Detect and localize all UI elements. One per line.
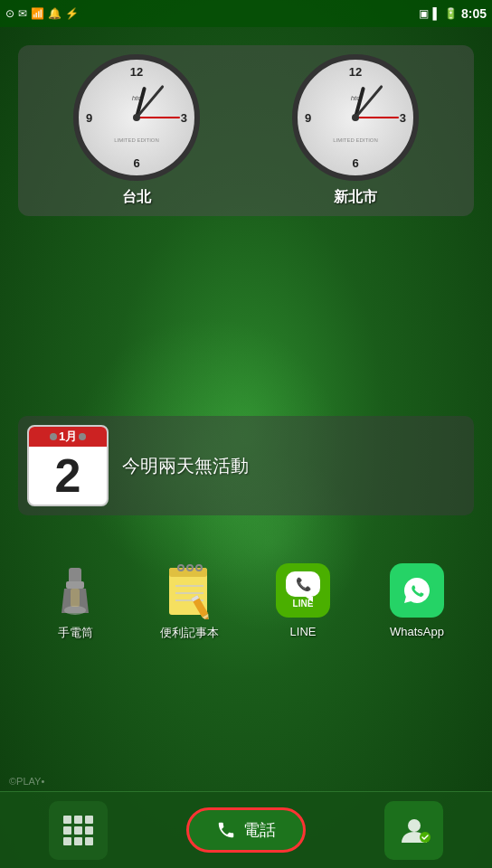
line-bubble: 📞 (286, 571, 320, 597)
svg-rect-22 (74, 826, 82, 835)
sim-icon: ▣ (419, 7, 429, 20)
email-icon: ✉ (18, 7, 27, 20)
clock-num-12-taipei: 12 (130, 65, 143, 79)
app-whatsapp[interactable]: WhatsApp (388, 561, 447, 638)
alarm-icon: 🔔 (48, 7, 62, 20)
contacts-icon (396, 812, 432, 848)
line-label: LINE (290, 625, 317, 638)
svg-point-27 (408, 819, 421, 832)
svg-rect-19 (74, 816, 82, 824)
clock-num-9-taipei: 9 (86, 111, 92, 125)
status-time: 8:05 (461, 6, 487, 21)
notepad-icon-wrapper (160, 561, 219, 619)
flashlight-icon-wrapper (46, 561, 105, 619)
clock-widget: 12 3 6 9 htc LIMITED EDITION 台北 12 3 6 9… (18, 45, 474, 216)
clock-num-6-taipei: 6 (133, 156, 139, 170)
flashlight-icon (52, 563, 98, 618)
clock-face-taipei: 12 3 6 9 htc LIMITED EDITION (73, 54, 200, 181)
svg-rect-18 (63, 816, 71, 824)
clock-edition-taipei: LIMITED EDITION (114, 137, 159, 143)
clock-city-newtaipei: 新北市 (334, 188, 377, 207)
app-line[interactable]: 📞 LINE LINE (274, 561, 333, 638)
calendar-date: 2 (29, 447, 107, 505)
apps-grid-icon[interactable] (49, 801, 108, 860)
second-hand-taipei (137, 117, 180, 118)
calendar-ring-right (79, 433, 86, 440)
line-phone-icon: 📞 (296, 577, 311, 591)
clock-num-12-newtaipei: 12 (349, 65, 362, 79)
clock-taipei: 12 3 6 9 htc LIMITED EDITION 台北 (73, 54, 200, 207)
status-bar: ⊙ ✉ 📶 🔔 ⚡ ▣ ▌ 🔋 8:05 (0, 0, 492, 27)
second-hand-newtaipei (355, 117, 399, 118)
signal-icon: 📶 (31, 7, 44, 20)
phone-label: 電話 (243, 819, 276, 841)
calendar-icon: 1月 2 (27, 425, 109, 506)
center-dot-newtaipei (352, 114, 359, 121)
clock-city-taipei: 台北 (122, 188, 151, 207)
svg-rect-25 (74, 837, 82, 845)
line-icon-wrapper: 📞 LINE (274, 561, 333, 619)
app-notepad[interactable]: 便利記事本 (160, 561, 219, 641)
notepad-label: 便利記事本 (160, 625, 219, 641)
line-icon: 📞 LINE (276, 563, 330, 618)
dock-phone[interactable]: 電話 (186, 807, 306, 853)
signal-bars-icon: ▌ (432, 7, 440, 20)
svg-rect-1 (66, 581, 84, 589)
whatsapp-label: WhatsApp (390, 625, 444, 638)
calendar-message: 今明兩天無活動 (122, 454, 249, 478)
clock-num-3-taipei: 3 (181, 111, 187, 125)
status-icons-left: ⊙ ✉ 📶 🔔 ⚡ (5, 7, 79, 20)
clock-num-6-newtaipei: 6 (352, 156, 358, 170)
location-icon: ⊙ (5, 7, 14, 20)
watermark: ©PLAY• (9, 776, 44, 787)
bottom-dock: 電話 (0, 791, 492, 868)
contacts-icon-wrapper[interactable] (384, 801, 443, 860)
svg-rect-21 (63, 826, 71, 835)
calendar-header: 1月 (29, 427, 107, 447)
clock-num-9-newtaipei: 9 (305, 111, 311, 125)
usb-icon: ⚡ (65, 7, 79, 20)
dock-contacts[interactable] (384, 801, 443, 860)
app-flashlight[interactable]: 手電筒 (46, 561, 105, 641)
flashlight-label: 手電筒 (58, 625, 93, 641)
phone-icon (216, 820, 236, 840)
notepad-icon (165, 561, 214, 619)
svg-rect-4 (71, 589, 80, 607)
svg-rect-20 (85, 816, 93, 824)
phone-button[interactable]: 電話 (186, 807, 306, 853)
calendar-widget[interactable]: 1月 2 今明兩天無活動 (18, 416, 474, 515)
svg-rect-26 (85, 837, 93, 845)
clock-num-3-newtaipei: 3 (400, 111, 406, 125)
grid-icon (60, 812, 96, 848)
calendar-ring-left (50, 433, 57, 440)
whatsapp-icon-wrapper (388, 561, 447, 619)
svg-point-3 (64, 606, 86, 615)
svg-rect-23 (85, 826, 93, 835)
battery-icon: 🔋 (444, 7, 458, 20)
whatsapp-icon (390, 563, 444, 618)
clock-face-newtaipei: 12 3 6 9 htc LIMITED EDITION (292, 54, 419, 181)
clock-edition-newtaipei: LIMITED EDITION (333, 137, 378, 143)
app-row: 手電筒 (0, 561, 492, 641)
center-dot-taipei (133, 114, 140, 121)
status-icons-right: ▣ ▌ 🔋 8:05 (419, 6, 487, 21)
clock-newtaipei: 12 3 6 9 htc LIMITED EDITION 新北市 (292, 54, 419, 207)
whatsapp-logo (399, 572, 435, 609)
svg-rect-24 (63, 837, 71, 845)
calendar-month: 1月 (59, 429, 77, 445)
dock-app-drawer[interactable] (49, 801, 108, 860)
